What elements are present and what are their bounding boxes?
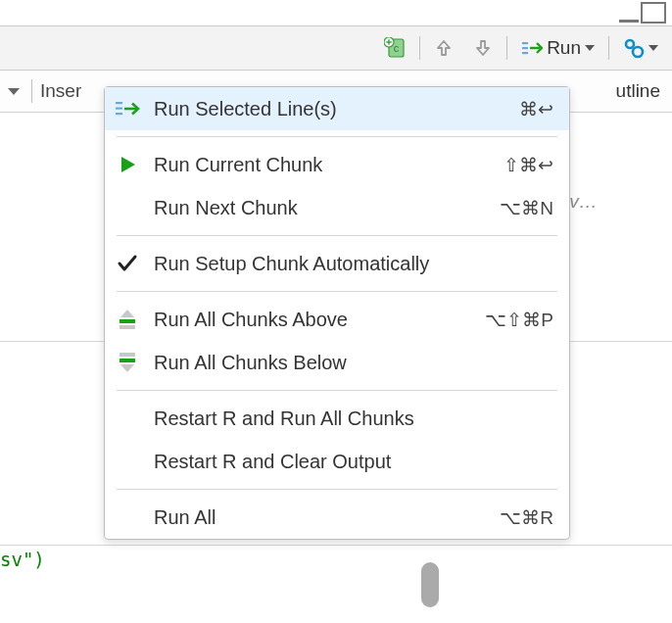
menu-label: Restart R and Clear Output	[154, 451, 540, 473]
svg-rect-14	[120, 319, 135, 323]
go-up-button[interactable]	[428, 36, 459, 60]
svg-rect-16	[120, 353, 135, 357]
svg-rect-17	[120, 359, 135, 362]
chevron-down-icon	[585, 45, 595, 51]
run-label: Run	[547, 37, 581, 59]
svg-rect-15	[120, 325, 135, 329]
svg-rect-6	[522, 47, 528, 49]
svg-rect-5	[522, 42, 528, 44]
outline-button[interactable]: utline	[616, 80, 660, 102]
menu-run-all-above[interactable]: Run All Chunks Above ⌥⇧⌘P	[105, 298, 569, 341]
publish-button[interactable]	[617, 35, 664, 61]
menu-label: Run Current Chunk	[154, 154, 490, 176]
go-down-button[interactable]	[467, 36, 499, 60]
menu-shortcut: ⌘↩	[519, 98, 553, 120]
toolbar-separator	[31, 79, 32, 103]
svg-rect-13	[116, 113, 122, 115]
code-fragment: sv")	[0, 549, 45, 570]
menu-label: Run Next Chunk	[154, 197, 486, 219]
menu-label: Run All Chunks Above	[154, 309, 471, 331]
menu-run-setup-chunk[interactable]: Run Setup Chunk Automatically	[105, 242, 569, 285]
menu-shortcut: ⌥⌘N	[500, 197, 553, 219]
menu-label: Restart R and Run All Chunks	[154, 407, 540, 430]
menu-restart-run-all[interactable]: Restart R and Run All Chunks	[105, 397, 569, 440]
maximize-icon[interactable]	[641, 2, 666, 24]
run-above-icon	[115, 308, 140, 331]
toolbar-separator	[419, 36, 420, 60]
menu-divider	[117, 136, 557, 137]
menu-divider	[117, 235, 557, 236]
svg-point-9	[633, 47, 643, 57]
svg-rect-12	[116, 108, 122, 110]
add-chunk-icon: c	[384, 37, 406, 59]
arrow-down-icon	[473, 38, 493, 58]
run-line-icon	[115, 97, 140, 120]
run-below-icon	[115, 351, 140, 374]
svg-rect-11	[116, 102, 122, 104]
svg-rect-7	[522, 52, 528, 54]
menu-restart-clear-output[interactable]: Restart R and Clear Output	[105, 440, 569, 483]
main-toolbar: c Run	[0, 25, 672, 71]
run-line-icon	[521, 39, 543, 57]
menu-run-next-chunk[interactable]: Run Next Chunk ⌥⌘N	[105, 186, 569, 229]
play-icon	[115, 153, 140, 176]
insert-chunk-button[interactable]: c	[378, 35, 411, 61]
menu-shortcut: ⇧⌘↩	[504, 154, 553, 176]
menu-run-current-chunk[interactable]: Run Current Chunk ⇧⌘↩	[105, 143, 569, 186]
scrollbar-thumb[interactable]	[421, 562, 439, 607]
checkmark-icon	[115, 252, 140, 275]
menu-label: Run All	[154, 506, 486, 529]
run-menu: Run Selected Line(s) ⌘↩ Run Current Chun…	[104, 86, 570, 540]
menu-label: Run Setup Chunk Automatically	[154, 253, 540, 275]
minimize-icon[interactable]	[619, 13, 639, 23]
publish-icon	[623, 37, 645, 59]
menu-run-all-below[interactable]: Run All Chunks Below	[105, 341, 569, 384]
menu-shortcut: ⌥⇧⌘P	[485, 309, 553, 331]
chevron-down-icon[interactable]	[8, 88, 20, 95]
menu-run-selected[interactable]: Run Selected Line(s) ⌘↩	[105, 87, 569, 130]
menu-run-all[interactable]: Run All ⌥⌘R	[105, 496, 569, 539]
menu-shortcut: ⌥⌘R	[500, 506, 553, 529]
toolbar-separator	[608, 36, 609, 60]
menu-divider	[117, 291, 557, 292]
arrow-up-icon	[434, 38, 454, 58]
menu-divider	[117, 390, 557, 391]
run-button[interactable]: Run	[515, 35, 600, 61]
panel-divider	[0, 545, 672, 546]
svg-point-8	[626, 40, 634, 48]
insert-label[interactable]: Inser	[40, 80, 81, 102]
menu-label: Run Selected Line(s)	[154, 98, 505, 120]
menu-divider	[117, 489, 557, 490]
chevron-down-icon	[648, 45, 658, 51]
window-controls	[0, 0, 672, 25]
menu-label: Run All Chunks Below	[154, 352, 540, 374]
toolbar-separator	[506, 36, 507, 60]
svg-text:c: c	[394, 42, 400, 54]
